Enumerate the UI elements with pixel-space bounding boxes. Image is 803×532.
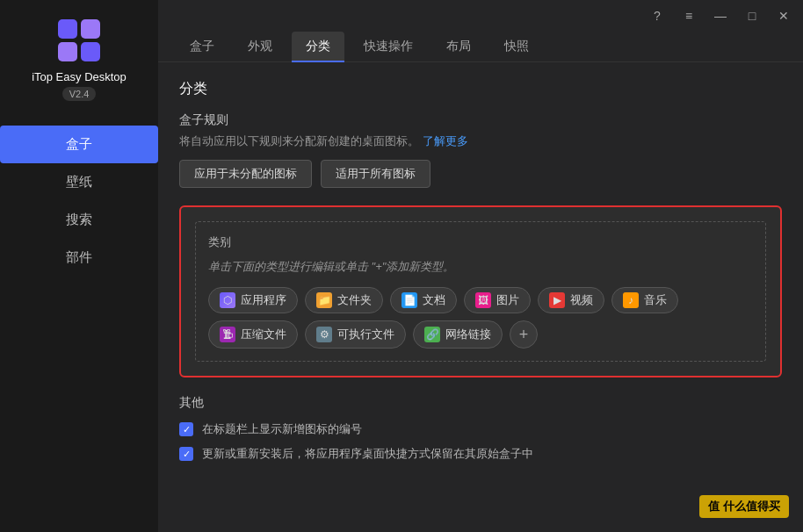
checkbox-row-2: 更新或重新安装后，将应用程序桌面快捷方式保留在其原始盒子中 <box>179 446 782 462</box>
img-icon: 🖼 <box>475 292 491 308</box>
learn-more-link[interactable]: 了解更多 <box>423 134 468 147</box>
rule-buttons: 应用于未分配的图标 适用于所有图标 <box>179 160 782 188</box>
rule-desc-text: 将自动应用以下规则来分配新创建的桌面图标。 <box>179 134 419 147</box>
cat-item-music[interactable]: ♪ 音乐 <box>611 287 678 313</box>
app-icon: ⬡ <box>220 292 235 308</box>
section-title: 分类 <box>179 80 782 98</box>
apply-unassigned-button[interactable]: 应用于未分配的图标 <box>179 160 312 188</box>
watermark: 值 什么值得买 <box>699 495 789 518</box>
sidebar: iTop Easy Desktop V2.4 盒子 壁纸 搜索 部件 <box>0 0 158 532</box>
tab-snapshot[interactable]: 快照 <box>490 32 543 61</box>
other-section: 其他 在标题栏上显示新增图标的编号 更新或重新安装后，将应用程序桌面快捷方式保留… <box>179 395 782 462</box>
cat-label-app: 应用程序 <box>241 292 286 308</box>
app-name: iTop Easy Desktop <box>32 70 127 83</box>
checkbox-1[interactable] <box>179 422 193 436</box>
rule-section: 盒子规则 将自动应用以下规则来分配新创建的桌面图标。 了解更多 应用于未分配的图… <box>179 112 782 188</box>
cat-item-doc[interactable]: 📄 文档 <box>390 287 457 313</box>
cat-item-folder[interactable]: 📁 文件夹 <box>305 287 383 313</box>
sidebar-item-widget[interactable]: 部件 <box>0 239 158 277</box>
sidebar-item-wallpaper[interactable]: 壁纸 <box>0 163 158 201</box>
category-inner: 类别 单击下面的类型进行编辑或单击 "+"添加新类型。 ⬡ 应用程序 📁 文件夹… <box>195 221 766 362</box>
tab-appearance[interactable]: 外观 <box>234 32 286 61</box>
cat-label-exe: 可执行文件 <box>337 327 394 342</box>
apply-all-button[interactable]: 适用于所有图标 <box>321 160 430 188</box>
logo-area: iTop Easy Desktop V2.4 <box>32 18 127 101</box>
svg-rect-3 <box>81 42 100 61</box>
cat-label-doc: 文档 <box>423 292 445 308</box>
cat-item-zip[interactable]: 🗜 压缩文件 <box>208 320 298 349</box>
cat-item-video[interactable]: ▶ 视频 <box>538 287 604 313</box>
checkbox-label-1: 在标题栏上显示新增图标的编号 <box>202 421 362 437</box>
sidebar-item-search[interactable]: 搜索 <box>0 201 158 239</box>
tab-layout[interactable]: 布局 <box>432 32 485 61</box>
exe-icon: ⚙ <box>316 327 332 342</box>
tab-category[interactable]: 分类 <box>292 32 344 61</box>
cat-label-music: 音乐 <box>644 292 667 308</box>
svg-rect-0 <box>58 19 77 39</box>
category-title: 类别 <box>208 234 753 250</box>
checkbox-2[interactable] <box>179 447 193 461</box>
category-hint: 单击下面的类型进行编辑或单击 "+"添加新类型。 <box>208 259 753 275</box>
svg-rect-1 <box>81 19 100 39</box>
cat-item-img[interactable]: 🖼 图片 <box>464 287 531 313</box>
category-items-list: ⬡ 应用程序 📁 文件夹 📄 文档 🖼 图片 <box>208 287 753 349</box>
sidebar-item-box[interactable]: 盒子 <box>0 126 158 163</box>
rule-description: 将自动应用以下规则来分配新创建的桌面图标。 了解更多 <box>179 133 782 149</box>
category-box: 类别 单击下面的类型进行编辑或单击 "+"添加新类型。 ⬡ 应用程序 📁 文件夹… <box>179 205 782 377</box>
titlebar: ? ≡ — □ ✕ <box>648 0 803 32</box>
link-icon: 🔗 <box>424 327 440 342</box>
cat-label-img: 图片 <box>496 292 519 308</box>
cat-label-folder: 文件夹 <box>337 292 372 308</box>
cat-label-video: 视频 <box>570 292 593 308</box>
maximize-button[interactable]: □ <box>743 7 761 25</box>
music-icon: ♪ <box>623 292 639 308</box>
zip-icon: 🗜 <box>220 327 235 342</box>
tabs-bar: 盒子 外观 分类 快速操作 布局 快照 <box>158 32 803 62</box>
doc-icon: 📄 <box>402 292 417 308</box>
other-title: 其他 <box>179 395 782 411</box>
menu-button[interactable]: ≡ <box>680 7 698 25</box>
cat-item-exe[interactable]: ⚙ 可执行文件 <box>305 320 406 349</box>
cat-item-link[interactable]: 🔗 网络链接 <box>413 320 503 349</box>
add-category-button[interactable]: + <box>510 320 538 349</box>
cat-label-link: 网络链接 <box>445 327 491 342</box>
folder-icon: 📁 <box>316 292 332 308</box>
app-logo-icon <box>56 18 102 63</box>
tab-box[interactable]: 盒子 <box>176 32 228 61</box>
close-button[interactable]: ✕ <box>775 7 792 25</box>
video-icon: ▶ <box>549 292 565 308</box>
cat-item-app[interactable]: ⬡ 应用程序 <box>208 287 298 313</box>
tab-quick-actions[interactable]: 快速操作 <box>350 32 427 61</box>
rule-label: 盒子规则 <box>179 112 782 128</box>
help-button[interactable]: ? <box>648 7 666 25</box>
cat-label-zip: 压缩文件 <box>241 327 286 342</box>
app-version: V2.4 <box>62 87 97 101</box>
checkbox-label-2: 更新或重新安装后，将应用程序桌面快捷方式保留在其原始盒子中 <box>202 446 533 462</box>
checkbox-row-1: 在标题栏上显示新增图标的编号 <box>179 421 782 437</box>
svg-rect-2 <box>58 42 77 61</box>
main-panel: ? ≡ — □ ✕ 盒子 外观 分类 快速操作 布局 快照 分类 盒子规则 将自… <box>158 0 803 532</box>
main-content: 分类 盒子规则 将自动应用以下规则来分配新创建的桌面图标。 了解更多 应用于未分… <box>158 62 803 532</box>
minimize-button[interactable]: — <box>712 7 729 25</box>
